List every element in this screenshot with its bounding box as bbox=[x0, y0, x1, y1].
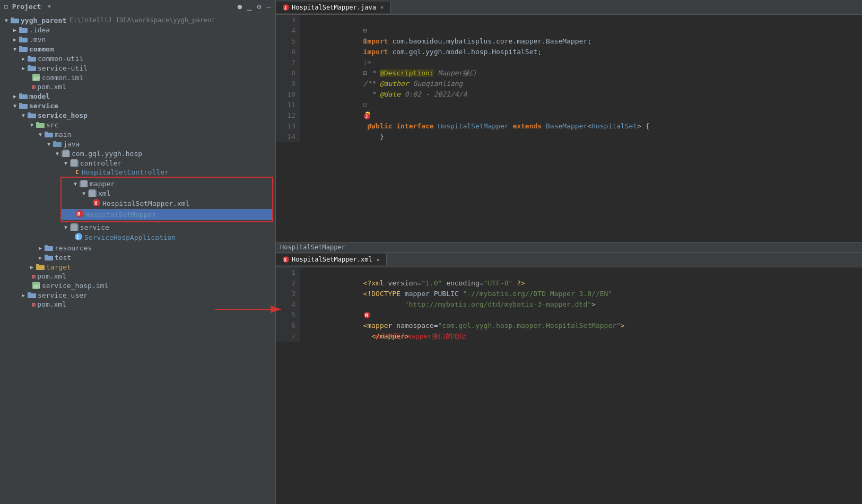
controller-pkg-label: controller bbox=[80, 159, 121, 167]
tree-item-common[interactable]: ▼ common bbox=[0, 44, 275, 54]
bottom-editor-pane: X HospitalSetMapper.xml ✕ 1 2 3 4 5 6 7 bbox=[276, 253, 862, 505]
minimize-icon[interactable]: – bbox=[267, 2, 271, 11]
code-line-3: ⊟ import com.baomidou.mybatisplus.core.m… bbox=[305, 15, 857, 25]
idea-label: .idea bbox=[29, 26, 50, 34]
service-user-pom-label: pom.xml bbox=[37, 300, 66, 308]
model-label: model bbox=[29, 92, 50, 100]
svg-rect-47 bbox=[36, 264, 39, 266]
service-hosp-iml-label: service_hosp.iml bbox=[42, 282, 108, 290]
svg-rect-19 bbox=[28, 112, 31, 114]
tree-item-src[interactable]: ▼ src bbox=[0, 120, 275, 129]
tree-item-service-hosp[interactable]: ▼ service_hosp bbox=[0, 110, 275, 120]
svg-rect-22 bbox=[45, 133, 53, 137]
top-editor-footer-label: HospitalSetMapper bbox=[280, 244, 345, 251]
svg-rect-18 bbox=[28, 114, 36, 118]
svg-rect-7 bbox=[19, 46, 22, 48]
svg-rect-44 bbox=[45, 256, 53, 260]
hospitalsetmapper-java-tab[interactable]: J HospitalSetMapper.java ✕ bbox=[276, 2, 390, 13]
tree-item-test[interactable]: ▶ test bbox=[0, 253, 275, 262]
tree-item-common-iml[interactable]: iml common.iml bbox=[0, 73, 275, 82]
svg-rect-29 bbox=[71, 159, 77, 167]
svg-rect-46 bbox=[36, 265, 45, 270]
svg-text:X: X bbox=[284, 257, 287, 263]
tree-item-idea[interactable]: ▶ .idea bbox=[0, 25, 275, 34]
common-util-label: common-util bbox=[38, 55, 83, 63]
hospitalsetmapper-label: HospitalSetMapper bbox=[85, 211, 156, 219]
code-line-7: * @Description: Mapper接口 bbox=[305, 57, 857, 68]
tree-item-service-user[interactable]: ▶ service_user bbox=[0, 290, 275, 300]
tree-item-target[interactable]: ▶ target bbox=[0, 262, 275, 272]
svg-rect-3 bbox=[19, 27, 22, 29]
svg-rect-2 bbox=[19, 28, 28, 33]
svg-rect-43 bbox=[45, 245, 48, 247]
sidebar-title: Project bbox=[12, 3, 41, 11]
top-tab-close[interactable]: ✕ bbox=[380, 4, 384, 10]
tree-item-service-hosp-iml[interactable]: iml service_hosp.iml bbox=[0, 281, 275, 290]
tree-item-hospitalsetmapper[interactable]: M HospitalSetMapper bbox=[62, 209, 272, 220]
mapper-pkg-label: mapper bbox=[90, 180, 115, 188]
tree-item-controller-pkg[interactable]: ▼ controller bbox=[0, 158, 275, 168]
main-label: main bbox=[55, 131, 71, 138]
tree-item-model[interactable]: ▶ model bbox=[0, 91, 275, 101]
top-editor-content[interactable]: 3 4 5 6 7 8 9 10 11 12 13 14 bbox=[276, 15, 862, 242]
tree-item-java[interactable]: ▼ java bbox=[0, 139, 275, 149]
bottom-editor-content[interactable]: 1 2 3 4 5 6 7 <?xml version="1.0" encodi… bbox=[276, 267, 862, 505]
tree-root[interactable]: ▼ yygh_parent E:\IntelliJ IDEA\workspace… bbox=[0, 15, 275, 25]
tree-item-common-pom[interactable]: m pom.xml bbox=[0, 82, 275, 91]
service-hosp-pom-label: pom.xml bbox=[37, 272, 66, 280]
svg-text:J: J bbox=[284, 5, 286, 11]
tree-item-main[interactable]: ▼ main bbox=[0, 129, 275, 139]
tree-item-hospitalsetmapper-xml[interactable]: X HospitalSetMapper.xml bbox=[62, 198, 272, 209]
svg-rect-6 bbox=[19, 47, 28, 52]
tree-item-service[interactable]: ▼ service bbox=[0, 101, 275, 110]
bottom-tab-label: HospitalSetMapper.xml bbox=[292, 256, 372, 263]
svg-rect-20 bbox=[36, 123, 45, 128]
project-sidebar: □ Project ▼ ● ⎯ ⚙ – ▼ yygh_parent E:\Int… bbox=[0, 0, 276, 504]
svg-rect-33 bbox=[89, 189, 95, 197]
mapper-highlight-box: ▼ mapper ▼ xml bbox=[60, 177, 273, 222]
tree-item-service-util[interactable]: ▶ service-util bbox=[0, 63, 275, 73]
java-label: java bbox=[63, 140, 80, 148]
svg-rect-10 bbox=[28, 66, 36, 71]
tree-item-mapper-pkg[interactable]: ▼ mapper bbox=[62, 179, 272, 188]
tree-item-package[interactable]: ▼ com.gql.yygh.hosp bbox=[0, 149, 275, 158]
code-line-11: J public interface HospitalSetMapper ext… bbox=[305, 100, 857, 110]
tree-item-servicehospapp[interactable]: S ServiceHospApplication bbox=[0, 232, 275, 243]
settings-icon[interactable]: ⚙ bbox=[257, 2, 261, 11]
svg-rect-23 bbox=[45, 132, 48, 133]
globe-icon[interactable]: ● bbox=[238, 2, 242, 11]
svg-text:S: S bbox=[76, 235, 79, 240]
tree-item-xml-pkg[interactable]: ▼ xml bbox=[62, 188, 272, 198]
top-editor-pane: J HospitalSetMapper.java ✕ 3 4 5 6 7 8 9 bbox=[276, 0, 862, 253]
tree-item-service-hosp-pom[interactable]: m pom.xml bbox=[0, 272, 275, 281]
tree-item-hospital-controller[interactable]: C HospitalSetController bbox=[0, 168, 275, 177]
hospital-controller-label: HospitalSetController bbox=[82, 168, 169, 176]
svg-rect-16 bbox=[19, 104, 28, 109]
svg-text:iml: iml bbox=[33, 284, 40, 289]
test-label: test bbox=[55, 254, 71, 262]
sidebar-header-icons: ● ⎯ ⚙ – bbox=[238, 2, 271, 11]
hospitalsetmapper-xml-tab[interactable]: X HospitalSetMapper.xml ✕ bbox=[276, 254, 387, 265]
project-tree: ▼ yygh_parent E:\IntelliJ IDEA\workspace… bbox=[0, 13, 275, 504]
tree-item-mvn[interactable]: ▶ .mvn bbox=[0, 34, 275, 44]
tree-item-resources[interactable]: ▶ resources bbox=[0, 243, 275, 253]
top-code-lines: ⊟ import com.baomidou.mybatisplus.core.m… bbox=[300, 15, 862, 142]
xml-line-5 bbox=[305, 310, 857, 320]
tree-item-service-pkg[interactable]: ▼ service bbox=[0, 222, 275, 232]
sidebar-header: □ Project ▼ ● ⎯ ⚙ – bbox=[0, 0, 275, 13]
svg-rect-0 bbox=[11, 19, 19, 23]
service-label: service bbox=[29, 102, 58, 110]
collapse-icon[interactable]: ⎯ bbox=[247, 2, 251, 11]
svg-rect-24 bbox=[53, 142, 62, 147]
svg-rect-15 bbox=[19, 93, 22, 95]
tree-item-common-util[interactable]: ▶ common-util bbox=[0, 54, 275, 63]
mvn-label: .mvn bbox=[29, 36, 46, 44]
svg-rect-21 bbox=[36, 122, 39, 124]
svg-text:J: J bbox=[365, 114, 368, 119]
svg-rect-31 bbox=[81, 180, 87, 187]
svg-text:M: M bbox=[365, 313, 368, 318]
svg-rect-8 bbox=[28, 57, 36, 62]
bottom-tab-close[interactable]: ✕ bbox=[377, 257, 380, 263]
tree-item-service-user-pom[interactable]: m pom.xml bbox=[0, 300, 275, 309]
xml-pkg-label: xml bbox=[98, 189, 110, 197]
